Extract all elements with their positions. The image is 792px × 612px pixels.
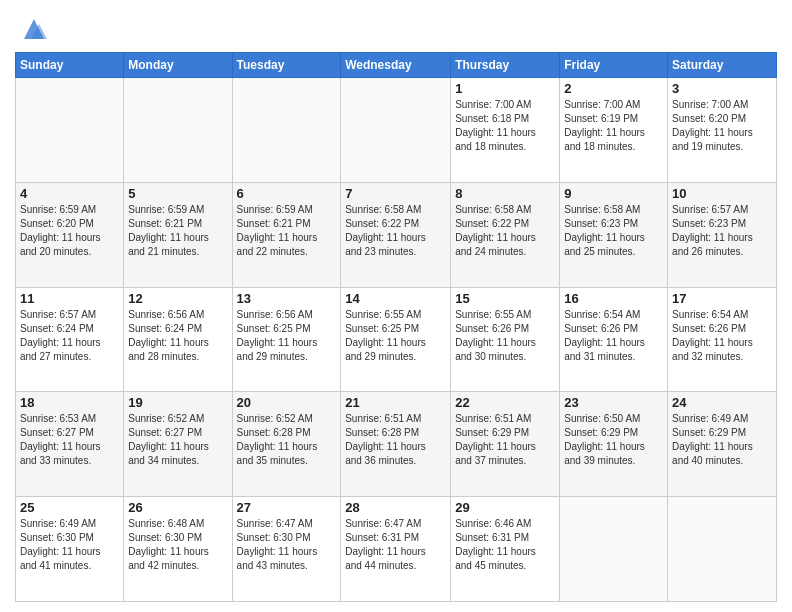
calendar-cell <box>232 78 341 183</box>
day-number: 2 <box>564 81 663 96</box>
day-info: Sunrise: 6:58 AM Sunset: 6:23 PM Dayligh… <box>564 203 663 259</box>
day-number: 14 <box>345 291 446 306</box>
calendar-cell: 21Sunrise: 6:51 AM Sunset: 6:28 PM Dayli… <box>341 392 451 497</box>
day-number: 16 <box>564 291 663 306</box>
calendar-cell: 18Sunrise: 6:53 AM Sunset: 6:27 PM Dayli… <box>16 392 124 497</box>
calendar-cell: 2Sunrise: 7:00 AM Sunset: 6:19 PM Daylig… <box>560 78 668 183</box>
calendar-cell <box>124 78 232 183</box>
day-info: Sunrise: 6:55 AM Sunset: 6:25 PM Dayligh… <box>345 308 446 364</box>
day-number: 18 <box>20 395 119 410</box>
calendar-cell <box>668 497 777 602</box>
day-info: Sunrise: 6:58 AM Sunset: 6:22 PM Dayligh… <box>345 203 446 259</box>
day-number: 6 <box>237 186 337 201</box>
calendar-week-row: 25Sunrise: 6:49 AM Sunset: 6:30 PM Dayli… <box>16 497 777 602</box>
calendar-cell: 22Sunrise: 6:51 AM Sunset: 6:29 PM Dayli… <box>451 392 560 497</box>
day-number: 25 <box>20 500 119 515</box>
day-number: 4 <box>20 186 119 201</box>
day-number: 12 <box>128 291 227 306</box>
day-info: Sunrise: 6:55 AM Sunset: 6:26 PM Dayligh… <box>455 308 555 364</box>
day-number: 1 <box>455 81 555 96</box>
day-info: Sunrise: 6:58 AM Sunset: 6:22 PM Dayligh… <box>455 203 555 259</box>
day-number: 20 <box>237 395 337 410</box>
day-info: Sunrise: 7:00 AM Sunset: 6:19 PM Dayligh… <box>564 98 663 154</box>
day-info: Sunrise: 6:56 AM Sunset: 6:24 PM Dayligh… <box>128 308 227 364</box>
day-info: Sunrise: 6:49 AM Sunset: 6:30 PM Dayligh… <box>20 517 119 573</box>
calendar-cell: 25Sunrise: 6:49 AM Sunset: 6:30 PM Dayli… <box>16 497 124 602</box>
day-number: 9 <box>564 186 663 201</box>
day-number: 8 <box>455 186 555 201</box>
day-number: 24 <box>672 395 772 410</box>
weekday-header-friday: Friday <box>560 53 668 78</box>
calendar-week-row: 18Sunrise: 6:53 AM Sunset: 6:27 PM Dayli… <box>16 392 777 497</box>
calendar-cell: 12Sunrise: 6:56 AM Sunset: 6:24 PM Dayli… <box>124 287 232 392</box>
day-info: Sunrise: 6:52 AM Sunset: 6:28 PM Dayligh… <box>237 412 337 468</box>
day-info: Sunrise: 6:57 AM Sunset: 6:24 PM Dayligh… <box>20 308 119 364</box>
calendar-cell: 5Sunrise: 6:59 AM Sunset: 6:21 PM Daylig… <box>124 182 232 287</box>
day-info: Sunrise: 6:47 AM Sunset: 6:30 PM Dayligh… <box>237 517 337 573</box>
calendar-week-row: 1Sunrise: 7:00 AM Sunset: 6:18 PM Daylig… <box>16 78 777 183</box>
day-number: 11 <box>20 291 119 306</box>
weekday-header-thursday: Thursday <box>451 53 560 78</box>
day-number: 10 <box>672 186 772 201</box>
day-info: Sunrise: 6:59 AM Sunset: 6:21 PM Dayligh… <box>128 203 227 259</box>
day-number: 28 <box>345 500 446 515</box>
day-info: Sunrise: 6:54 AM Sunset: 6:26 PM Dayligh… <box>672 308 772 364</box>
calendar-cell: 13Sunrise: 6:56 AM Sunset: 6:25 PM Dayli… <box>232 287 341 392</box>
day-number: 26 <box>128 500 227 515</box>
calendar-cell: 16Sunrise: 6:54 AM Sunset: 6:26 PM Dayli… <box>560 287 668 392</box>
day-number: 23 <box>564 395 663 410</box>
day-info: Sunrise: 6:52 AM Sunset: 6:27 PM Dayligh… <box>128 412 227 468</box>
day-info: Sunrise: 6:51 AM Sunset: 6:28 PM Dayligh… <box>345 412 446 468</box>
calendar-cell: 28Sunrise: 6:47 AM Sunset: 6:31 PM Dayli… <box>341 497 451 602</box>
calendar-cell: 15Sunrise: 6:55 AM Sunset: 6:26 PM Dayli… <box>451 287 560 392</box>
weekday-header-sunday: Sunday <box>16 53 124 78</box>
calendar-cell: 3Sunrise: 7:00 AM Sunset: 6:20 PM Daylig… <box>668 78 777 183</box>
day-info: Sunrise: 6:59 AM Sunset: 6:21 PM Dayligh… <box>237 203 337 259</box>
calendar-cell: 4Sunrise: 6:59 AM Sunset: 6:20 PM Daylig… <box>16 182 124 287</box>
calendar-cell: 29Sunrise: 6:46 AM Sunset: 6:31 PM Dayli… <box>451 497 560 602</box>
weekday-header-wednesday: Wednesday <box>341 53 451 78</box>
day-info: Sunrise: 6:51 AM Sunset: 6:29 PM Dayligh… <box>455 412 555 468</box>
day-number: 17 <box>672 291 772 306</box>
calendar-cell: 20Sunrise: 6:52 AM Sunset: 6:28 PM Dayli… <box>232 392 341 497</box>
calendar-cell <box>560 497 668 602</box>
calendar-cell <box>16 78 124 183</box>
calendar-cell: 1Sunrise: 7:00 AM Sunset: 6:18 PM Daylig… <box>451 78 560 183</box>
day-number: 27 <box>237 500 337 515</box>
day-number: 5 <box>128 186 227 201</box>
day-info: Sunrise: 6:57 AM Sunset: 6:23 PM Dayligh… <box>672 203 772 259</box>
day-number: 29 <box>455 500 555 515</box>
day-info: Sunrise: 6:49 AM Sunset: 6:29 PM Dayligh… <box>672 412 772 468</box>
calendar-cell: 26Sunrise: 6:48 AM Sunset: 6:30 PM Dayli… <box>124 497 232 602</box>
day-info: Sunrise: 6:50 AM Sunset: 6:29 PM Dayligh… <box>564 412 663 468</box>
calendar-table: SundayMondayTuesdayWednesdayThursdayFrid… <box>15 52 777 602</box>
calendar-cell: 23Sunrise: 6:50 AM Sunset: 6:29 PM Dayli… <box>560 392 668 497</box>
calendar-cell: 27Sunrise: 6:47 AM Sunset: 6:30 PM Dayli… <box>232 497 341 602</box>
calendar-cell: 24Sunrise: 6:49 AM Sunset: 6:29 PM Dayli… <box>668 392 777 497</box>
day-number: 13 <box>237 291 337 306</box>
header <box>15 10 777 44</box>
day-info: Sunrise: 6:56 AM Sunset: 6:25 PM Dayligh… <box>237 308 337 364</box>
page: SundayMondayTuesdayWednesdayThursdayFrid… <box>0 0 792 612</box>
calendar-cell: 7Sunrise: 6:58 AM Sunset: 6:22 PM Daylig… <box>341 182 451 287</box>
day-number: 22 <box>455 395 555 410</box>
calendar-cell: 11Sunrise: 6:57 AM Sunset: 6:24 PM Dayli… <box>16 287 124 392</box>
weekday-header-saturday: Saturday <box>668 53 777 78</box>
day-number: 15 <box>455 291 555 306</box>
day-number: 21 <box>345 395 446 410</box>
day-info: Sunrise: 6:59 AM Sunset: 6:20 PM Dayligh… <box>20 203 119 259</box>
day-number: 19 <box>128 395 227 410</box>
day-info: Sunrise: 6:53 AM Sunset: 6:27 PM Dayligh… <box>20 412 119 468</box>
day-info: Sunrise: 6:48 AM Sunset: 6:30 PM Dayligh… <box>128 517 227 573</box>
logo-icon <box>19 14 49 44</box>
day-number: 3 <box>672 81 772 96</box>
calendar-cell: 17Sunrise: 6:54 AM Sunset: 6:26 PM Dayli… <box>668 287 777 392</box>
calendar-week-row: 4Sunrise: 6:59 AM Sunset: 6:20 PM Daylig… <box>16 182 777 287</box>
calendar-cell: 19Sunrise: 6:52 AM Sunset: 6:27 PM Dayli… <box>124 392 232 497</box>
calendar-cell: 6Sunrise: 6:59 AM Sunset: 6:21 PM Daylig… <box>232 182 341 287</box>
calendar-cell <box>341 78 451 183</box>
calendar-cell: 10Sunrise: 6:57 AM Sunset: 6:23 PM Dayli… <box>668 182 777 287</box>
day-info: Sunrise: 6:46 AM Sunset: 6:31 PM Dayligh… <box>455 517 555 573</box>
day-info: Sunrise: 6:47 AM Sunset: 6:31 PM Dayligh… <box>345 517 446 573</box>
logo <box>15 14 49 44</box>
